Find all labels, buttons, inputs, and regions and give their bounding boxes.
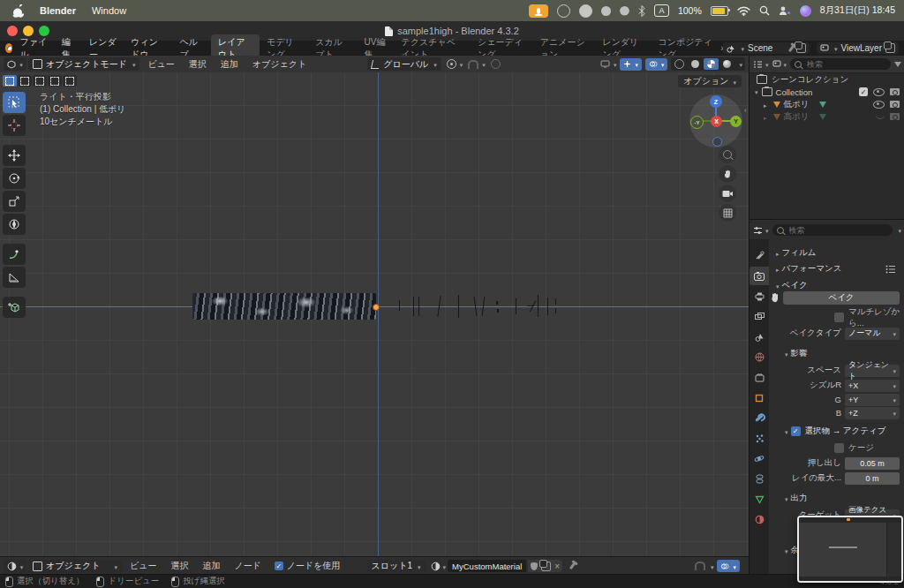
properties-editor-type-dropdown[interactable] [753,225,769,235]
select-mode-extend[interactable] [18,75,32,87]
outliner-search-input[interactable] [805,59,886,70]
selected-to-active-row[interactable]: ✓ 選択物 → アクティブ [750,425,904,438]
screenshot-thumbnail[interactable] [797,516,903,583]
gizmo-x-axis[interactable]: X [711,116,722,127]
blender-logo-icon[interactable] [5,43,12,53]
pin-icon[interactable] [788,44,795,51]
tool-scale[interactable] [3,191,26,212]
swizzle-r-dropdown[interactable]: +X [845,380,900,392]
outliner-editor-type-dropdown[interactable] [753,59,769,69]
output-subpanel[interactable]: 出力 [750,492,904,505]
wifi-icon[interactable] [737,6,750,16]
viewlayer-selector[interactable]: ViewLayer [817,42,899,54]
spotlight-icon[interactable] [759,5,770,16]
outliner-search[interactable] [790,58,891,70]
shading-solid-button[interactable] [688,58,703,70]
user-switch-icon[interactable] [779,5,791,16]
status-app-icon-4[interactable] [620,6,629,16]
cage-checkbox[interactable] [834,443,844,453]
shader-menu-add[interactable]: 追加 [196,560,226,572]
input-source-badge[interactable]: A [654,4,669,17]
status-app-icon-1[interactable] [557,4,570,18]
swizzle-g-dropdown[interactable]: +Y [845,394,900,406]
mode-dropdown[interactable]: オブジェクトモード [28,57,139,71]
properties-search-input[interactable] [787,225,889,236]
tool-options-button[interactable]: オプション [678,75,742,87]
select-mode-set[interactable] [3,75,17,87]
show-overlays-toggle[interactable] [645,58,668,71]
multires-checkbox[interactable] [834,313,844,322]
tool-annotate[interactable] [3,244,26,265]
navigation-gizmo[interactable]: Z -Y X Y [689,94,742,147]
viewlayer-name[interactable]: ViewLayer [841,43,883,53]
viewport-menu-object[interactable]: オブジェクト [246,58,313,71]
unlink-material-icon[interactable] [554,562,560,571]
pan-view-button[interactable] [719,165,736,183]
gizmo-z-axis[interactable]: Z [710,95,722,108]
select-mode-intersect[interactable] [63,75,77,87]
toggle-ortho-button[interactable] [719,204,736,222]
lowpoly-visibility-eye-icon[interactable] [873,101,885,109]
visibility-dropdown[interactable] [600,59,617,69]
shader-mode-dropdown[interactable]: オブジェクト [28,560,122,573]
gizmo-neg-z-axis[interactable] [712,137,722,147]
tool-measure[interactable] [3,267,26,288]
scene-selector[interactable]: Scene [723,42,810,54]
use-nodes-toggle[interactable]: ✓ ノードを使用 [275,560,341,572]
status-app-icon-3[interactable] [601,6,611,16]
new-material-icon[interactable] [541,562,551,571]
shading-wireframe-button[interactable] [672,58,687,70]
scene-name[interactable]: Scene [748,43,787,53]
panel-bake[interactable]: ベイク [750,279,904,292]
gizmo-y-axis[interactable]: Y [730,116,742,127]
sidebar-toggle-icon[interactable]: ‹ [744,106,747,115]
shading-material-button[interactable] [704,58,719,70]
collection-visibility-eye-icon[interactable] [873,88,885,96]
tool-transform[interactable] [3,214,26,235]
highpoly-expand-icon[interactable] [764,112,770,122]
transform-orientation-dropdown[interactable]: グローバル [367,57,441,71]
pivot-dropdown[interactable] [447,59,463,69]
siri-icon[interactable] [800,5,811,17]
space-dropdown[interactable]: タンジェント [845,365,900,377]
lowpoly-render-camera-icon[interactable] [890,101,900,108]
cage-row[interactable]: ケージ [750,441,904,455]
apple-logo-icon[interactable] [12,4,24,18]
material-browse-dropdown[interactable] [431,562,447,571]
tool-move[interactable] [3,145,26,166]
extrusion-value-field[interactable]: 0.05 m [845,457,900,470]
max-ray-value-field[interactable]: 0 m [845,472,900,485]
highpoly-render-camera-icon[interactable] [890,113,900,120]
select-mode-subtract[interactable] [33,75,47,87]
slot-dropdown[interactable]: スロット1 [367,560,426,573]
menubar-clock[interactable]: 8月31日(日) 18:45 [820,4,895,17]
outliner-row-scene-collection[interactable]: シーンコレクション [750,73,904,86]
show-gizmo-toggle[interactable] [620,58,642,71]
multires-row[interactable]: マルチレゾから... [750,311,904,324]
model-mesh-strip[interactable] [192,293,376,320]
outliner-row-highpoly[interactable]: 高ポリ [750,110,904,123]
panel-film[interactable]: フィルム [750,246,904,260]
properties-options-icon[interactable] [896,225,901,235]
menubar-app-name[interactable]: Blender [40,5,76,16]
shader-snap-icon[interactable] [695,562,705,570]
bake-button[interactable]: ベイク [783,291,900,305]
menubar-window-menu[interactable]: Window [92,5,126,16]
material-name-field[interactable]: MyCustomMaterial [448,560,526,572]
status-app-icon-2[interactable] [579,4,592,18]
viewport-menu-select[interactable]: 選択 [183,58,213,71]
snap-dropdown[interactable] [468,59,486,69]
select-mode-invert[interactable] [48,75,62,87]
viewport-3d[interactable]: オプション ライト・平行投影 (1) Collection | 低ポリ 10セン… [0,72,749,556]
shader-menu-node[interactable]: ノード [228,560,267,572]
shader-overlays-toggle[interactable] [717,560,740,572]
fake-user-shield-icon[interactable] [531,562,538,570]
swizzle-b-dropdown[interactable]: +Z [845,407,900,419]
gizmo-neg-y-axis[interactable]: -Y [690,116,704,129]
shader-snap-dropdown-icon[interactable] [709,562,714,571]
outliner-display-mode-dropdown[interactable] [772,59,787,69]
outliner-row-collection[interactable]: Collection ✓ [750,86,904,98]
shader-editor-type-dropdown[interactable] [4,560,26,573]
selected-to-active-checkbox[interactable]: ✓ [791,426,801,436]
shader-pin-icon[interactable] [569,562,576,569]
